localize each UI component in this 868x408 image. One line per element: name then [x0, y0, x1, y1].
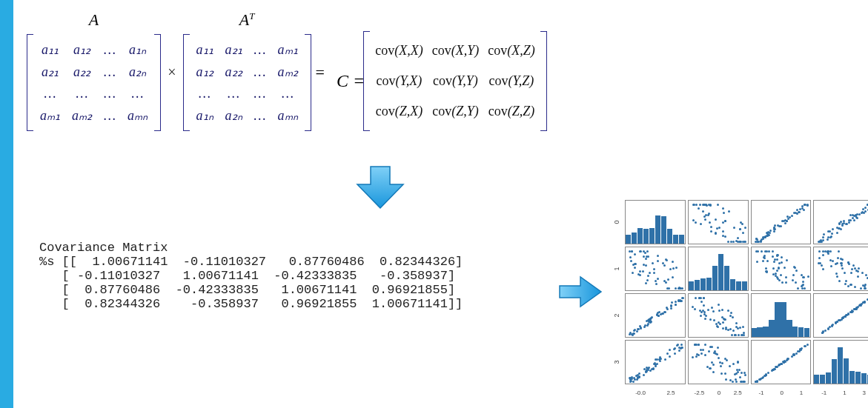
pairplot-x-ticks: -101	[751, 387, 812, 398]
matrix-cell: …	[191, 83, 219, 104]
matrix-cell: a₁₂	[66, 39, 98, 61]
accent-sidebar	[0, 0, 13, 408]
pairplot-scatter	[688, 293, 749, 338]
matrix-cell: a₁₁	[34, 39, 66, 61]
matrix-cell: aₘ₂	[66, 104, 98, 127]
matrix-cell: …	[272, 83, 304, 104]
matrix-a: a₁₁a₁₂…a₁ₙa₂₁a₂₂…a₂ₙ…………aₘ₁aₘ₂…aₘₙ	[31, 34, 156, 131]
pairplot-chart: 0123-0.02.5-2.502.5-101-113	[611, 200, 868, 398]
matrix-cell: a₁₁	[191, 39, 219, 61]
matrix-cell: a₁₂	[191, 61, 219, 83]
matrix-cell: cov(Y,Y)	[428, 66, 484, 96]
matrix-cell: a₂ₙ	[219, 104, 248, 127]
pairplot-x-ticks: -2.502.5	[688, 387, 749, 398]
matrix-cell: aₘₙ	[272, 104, 304, 127]
pairplot-hist	[813, 340, 868, 384]
pairplot-y-ticks: 3	[611, 340, 623, 384]
matrix-a-block: A a₁₁a₁₂…a₁ₙa₂₁a₂₂…a₂ₙ…………aₘ₁aₘ₂…aₘₙ	[31, 10, 156, 134]
matrix-cell: a₁ₙ	[122, 39, 153, 61]
covariance-matrix-text: Covariance Matrix %s [[ 1.00671141 -0.11…	[39, 241, 463, 311]
matrix-at-base: A	[239, 10, 249, 29]
matrix-cell: a₂₁	[219, 39, 248, 61]
matrix-cell: aₘ₁	[272, 39, 304, 61]
matrix-cell: a₁ₙ	[191, 104, 219, 127]
matrix-cell: cov(X,X)	[371, 36, 428, 66]
matrix-cell: aₘ₂	[272, 61, 304, 83]
pairplot-scatter	[625, 247, 686, 291]
arrow-down-icon	[354, 165, 406, 210]
pairplot-hist	[751, 293, 812, 338]
pairplot-scatter	[813, 200, 868, 244]
matrix-cell: cov(Y,X)	[371, 66, 428, 96]
matrix-cell: …	[248, 104, 272, 127]
pairplot-scatter	[625, 340, 686, 384]
matrix-cell: …	[98, 61, 122, 83]
pairplot-scatter	[625, 293, 686, 338]
matrix-cell: cov(Z,Y)	[428, 96, 484, 127]
matrix-at-block: AT a₁₁a₂₁…aₘ₁a₁₂a₂₂…aₘ₂…………a₁ₙa₂ₙ…aₘₙ	[188, 10, 307, 134]
matrix-cell: …	[34, 83, 66, 104]
matrix-cell: cov(X,Z)	[483, 36, 540, 66]
matrix-cell: …	[248, 61, 272, 83]
matrix-cell: cov(Y,Z)	[483, 66, 540, 96]
matrix-a-label: A	[31, 10, 156, 30]
times-operator: ×	[167, 64, 177, 81]
matrix-c: cov(X,X)cov(X,Y)cov(X,Z)cov(Y,X)cov(Y,Y)…	[368, 31, 543, 131]
matrix-cell: …	[98, 83, 122, 104]
pairplot-scatter	[751, 200, 812, 244]
pairplot-scatter	[688, 200, 749, 244]
matrix-cell: cov(X,Y)	[428, 36, 484, 66]
matrix-cell: cov(Z,Z)	[483, 96, 540, 127]
matrix-cell: …	[248, 39, 272, 61]
matrix-cell: …	[98, 39, 122, 61]
matrix-cell: a₂ₙ	[122, 61, 153, 83]
matrix-cell: …	[98, 104, 122, 127]
c-equals-label: C =	[337, 71, 365, 91]
pairplot-scatter	[688, 340, 749, 384]
arrow-right-icon	[558, 274, 603, 310]
matrix-cell: cov(Z,X)	[371, 96, 428, 127]
pairplot-scatter	[813, 247, 868, 291]
equation-row: A a₁₁a₁₂…a₁ₙa₂₁a₂₂…a₂ₙ…………aₘ₁aₘ₂…aₘₙ × A…	[28, 10, 546, 134]
matrix-cell: …	[248, 83, 272, 104]
pairplot-y-ticks: 1	[611, 247, 623, 291]
matrix-cell: …	[66, 83, 98, 104]
pairplot-scatter	[751, 340, 812, 384]
matrix-cell: a₂₂	[219, 61, 248, 83]
pairplot-scatter	[813, 293, 868, 338]
matrix-cell: a₂₁	[34, 61, 66, 83]
matrix-cell: a₂₂	[66, 61, 98, 83]
matrix-cell: aₘ₁	[34, 104, 66, 127]
matrix-c-block: C = cov(X,X)cov(X,Y)cov(X,Z)cov(Y,X)cov(…	[334, 31, 543, 131]
slide-content: A a₁₁a₁₂…a₁ₙa₂₁a₂₂…a₂ₙ…………aₘ₁aₘ₂…aₘₙ × A…	[13, 0, 868, 408]
matrix-cell: …	[122, 83, 153, 104]
pairplot-hist	[625, 200, 686, 244]
pairplot-hist	[688, 247, 749, 291]
pairplot-y-ticks: 0	[611, 200, 623, 244]
pairplot-y-ticks: 2	[611, 293, 623, 338]
matrix-cell: aₘₙ	[122, 104, 153, 127]
pairplot-scatter	[751, 247, 812, 291]
pairplot-x-ticks: -0.02.5	[625, 387, 686, 398]
matrix-at-sup: T	[249, 10, 254, 21]
matrix-at: a₁₁a₂₁…aₘ₁a₁₂a₂₂…aₘ₂…………a₁ₙa₂ₙ…aₘₙ	[188, 34, 307, 131]
equals-sign: =	[316, 63, 325, 82]
matrix-at-label: AT	[188, 10, 307, 30]
pairplot-x-ticks: -113	[813, 387, 868, 398]
matrix-cell: …	[219, 83, 248, 104]
